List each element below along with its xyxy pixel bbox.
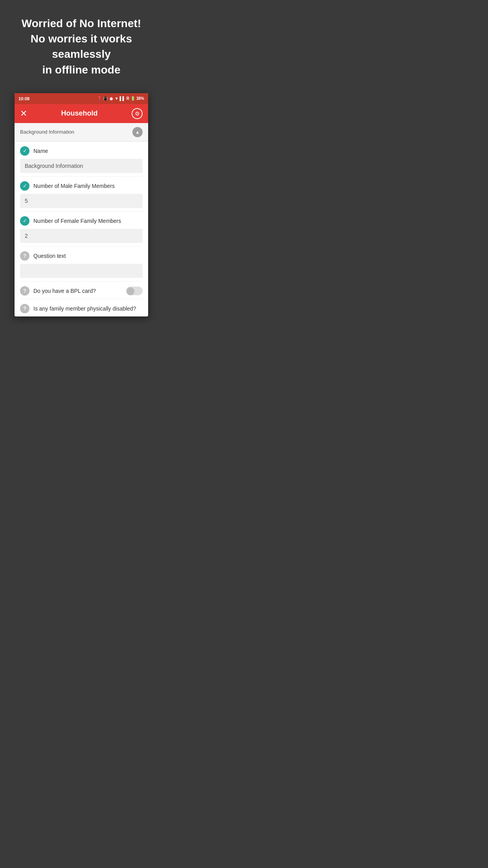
status-bar: 10:08 📍 📳 ⏰ ▼ ▌▌ R 🔋 38% xyxy=(15,93,148,104)
status-icons: 📍 📳 ⏰ ▼ ▌▌ R 🔋 38% xyxy=(97,96,144,101)
battery-icon: 🔋 xyxy=(130,96,135,101)
vibrate-icon: 📳 xyxy=(103,96,108,101)
bpl-card-toggle[interactable] xyxy=(126,287,143,295)
question-text-status-icon: ? xyxy=(20,251,29,261)
male-members-label: Number of Male Family Members xyxy=(33,183,115,189)
female-members-status-icon: ✓ xyxy=(20,216,29,226)
physically-disabled-field-group: ? Is any family member physically disabl… xyxy=(20,299,143,316)
bpl-card-label: Do you have a BPL card? xyxy=(33,288,96,294)
wifi-icon: ▼ xyxy=(115,96,119,101)
form-content: ✓ Name ✓ Number of Male Family Members xyxy=(15,142,148,316)
toggle-knob xyxy=(127,287,134,294)
close-button[interactable]: ✕ xyxy=(20,108,27,119)
male-members-input[interactable] xyxy=(20,194,143,208)
phone-screen: 10:08 📍 📳 ⏰ ▼ ▌▌ R 🔋 38% ✕ Household ⚙ B xyxy=(15,93,148,316)
female-members-label-row: ✓ Number of Female Family Members xyxy=(20,216,143,226)
checkmark-icon-2: ✓ xyxy=(23,183,27,189)
female-members-input[interactable] xyxy=(20,229,143,243)
location-icon: 📍 xyxy=(97,96,102,101)
physically-disabled-status-icon: ? xyxy=(20,304,29,313)
alarm-icon: ⏰ xyxy=(109,96,114,101)
question-text-label-row: ? Question text xyxy=(20,251,143,261)
battery-percentage: 38% xyxy=(136,96,144,101)
roaming-icon: R xyxy=(127,96,129,101)
female-members-label: Number of Female Family Members xyxy=(33,218,121,224)
name-label-row: ✓ Name xyxy=(20,146,143,156)
app-bar-title: Household xyxy=(27,109,132,118)
physically-disabled-label: Is any family member physically disabled… xyxy=(33,305,136,312)
checkmark-icon: ✓ xyxy=(23,148,27,154)
bpl-card-status-icon: ? xyxy=(20,286,29,296)
promo-area: Worried of No Internet! No worries it wo… xyxy=(0,0,163,89)
status-time: 10:08 xyxy=(18,96,29,101)
question-mark-icon-2: ? xyxy=(23,288,26,294)
settings-button[interactable]: ⚙ xyxy=(132,108,143,119)
female-members-field-group: ✓ Number of Female Family Members xyxy=(20,211,143,246)
section-collapse-button[interactable]: ▲ xyxy=(132,127,143,137)
question-text-input[interactable] xyxy=(20,264,143,278)
question-mark-icon: ? xyxy=(23,253,26,259)
question-text-label: Question text xyxy=(33,253,66,259)
name-field-group: ✓ Name xyxy=(20,142,143,177)
male-members-field-group: ✓ Number of Male Family Members xyxy=(20,177,143,211)
bpl-card-field-group: ? Do you have a BPL card? xyxy=(20,281,143,299)
name-status-icon: ✓ xyxy=(20,146,29,156)
promo-text: Worried of No Internet! No worries it wo… xyxy=(12,16,151,77)
physically-disabled-label-row: ? Is any family member physically disabl… xyxy=(20,304,143,313)
app-bar: ✕ Household ⚙ xyxy=(15,104,148,123)
male-members-status-icon: ✓ xyxy=(20,181,29,191)
phone-container: 10:08 📍 📳 ⏰ ▼ ▌▌ R 🔋 38% ✕ Household ⚙ B xyxy=(0,89,163,324)
question-mark-icon-3: ? xyxy=(23,305,26,311)
question-text-field-group: ? Question text xyxy=(20,246,143,281)
bpl-card-label-row: ? Do you have a BPL card? xyxy=(20,286,126,296)
signal-icon: ▌▌ xyxy=(120,96,125,101)
section-header-text: Background Information xyxy=(20,129,74,135)
checkmark-icon-3: ✓ xyxy=(23,218,27,224)
chevron-icon: ▲ xyxy=(135,129,140,135)
section-header[interactable]: Background Information ▲ xyxy=(15,123,148,142)
name-input[interactable] xyxy=(20,159,143,173)
name-label: Name xyxy=(33,148,48,154)
gear-icon: ⚙ xyxy=(135,110,140,117)
male-members-label-row: ✓ Number of Male Family Members xyxy=(20,181,143,191)
